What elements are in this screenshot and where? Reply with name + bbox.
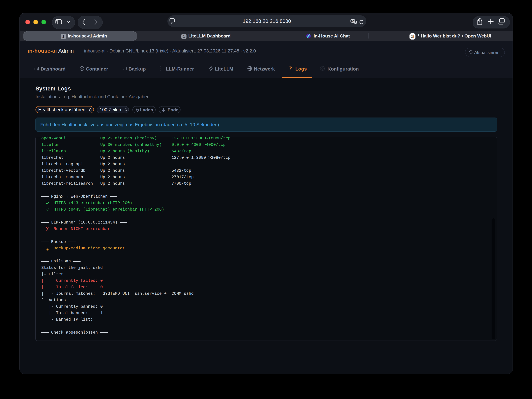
svg-text:A: A [352,19,354,22]
